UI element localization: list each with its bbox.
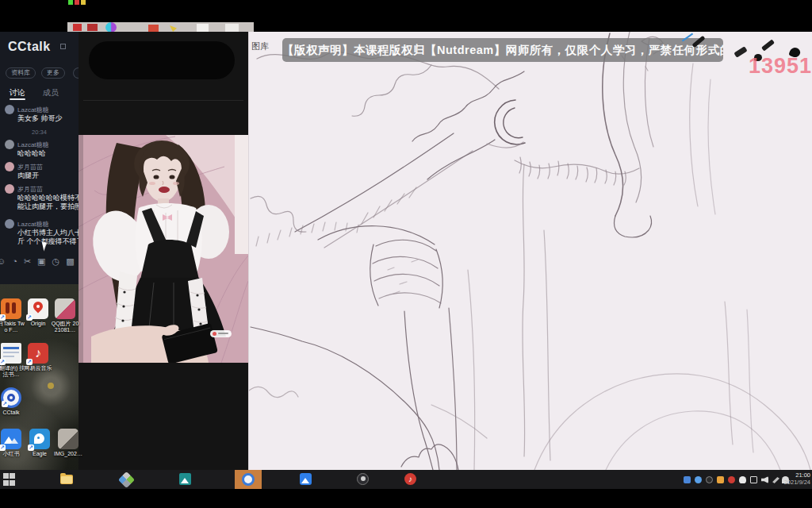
taskbar-cctalk-icon[interactable] <box>242 473 255 486</box>
icon-fragment <box>87 24 98 31</box>
icon-fragment <box>81 0 86 5</box>
desktop-icon-cctalk[interactable]: ↗ CCtalk <box>0 387 25 416</box>
icon-fragment <box>197 24 209 32</box>
desktop-icon-takis[interactable]: ↗ 日Takis Two F… <box>0 298 25 333</box>
tray-icon[interactable] <box>728 476 735 483</box>
word-doc-icon: ↗ <box>1 343 21 364</box>
censored-search-bar <box>89 41 235 79</box>
reference-photo <box>79 135 248 363</box>
icon-fragment <box>148 25 159 32</box>
photo-viewer-window <box>79 32 248 470</box>
netease-music-icon: ♪↗ <box>28 343 48 364</box>
library-button[interactable]: 资料库 <box>6 67 36 79</box>
taskbar-clock[interactable]: 21:00 2021/9/24 <box>784 471 810 486</box>
pen-input-icon[interactable] <box>772 476 779 483</box>
tray-icon[interactable] <box>706 476 713 483</box>
image-file-icon <box>55 298 75 319</box>
sticker-icon[interactable]: ◔ <box>12 256 17 267</box>
taskbar-netease-icon[interactable]: ♪ <box>404 473 416 485</box>
icon-fragment <box>75 0 79 5</box>
tab-members[interactable]: 成员 <box>43 87 59 98</box>
file-explorer-icon[interactable] <box>60 475 73 484</box>
desktop-icon-qq-image[interactable]: QQ图片 2021081… <box>51 298 79 333</box>
chat-message: 哈哈哈哈哈哈模特不能让肉腿开，要拍照! <box>17 194 79 211</box>
chat-message: 美女多 帅哥少 <box>17 114 79 123</box>
notification-bell-icon[interactable] <box>739 476 746 483</box>
avatar[interactable] <box>5 219 14 229</box>
avatar[interactable] <box>5 184 14 194</box>
copyright-banner: 【版权声明】本课程版权归【Nutdream】网师所有，仅限个人学习，严禁任何形式… <box>282 38 723 62</box>
chat-username: Lazcat糖糖 <box>17 106 49 114</box>
pill-fragment <box>73 67 79 79</box>
taskbar-blue-app-icon[interactable] <box>300 473 312 485</box>
tray-browser-icon[interactable] <box>695 476 702 483</box>
avatar[interactable] <box>5 140 14 149</box>
watermark-badge <box>210 330 232 337</box>
image-icon[interactable]: ▣ <box>37 256 45 267</box>
desktop-icon-eagle[interactable]: ↗ Eagle <box>25 429 54 457</box>
cctalk-app-icon: ↗ <box>1 387 21 408</box>
blue-mountain-app-icon: ↗ <box>1 429 21 449</box>
chat-message: 小红书博主人均八十斤 个个都瘦得不得了 <box>17 229 79 246</box>
obs-icon[interactable] <box>357 473 369 485</box>
time-divider: 20:34 <box>0 129 79 136</box>
window-control-icon[interactable] <box>60 44 66 49</box>
tray-icon[interactable] <box>717 476 724 483</box>
image-file-icon <box>58 429 79 449</box>
drawing-canvas[interactable]: 图库 【版权声明】本课程版权归【Nutdream】网师所有，仅限个人学习，严禁任… <box>248 32 812 470</box>
letterbox-bottom <box>0 489 812 508</box>
more-button[interactable]: 更多 <box>41 67 65 79</box>
start-button[interactable] <box>3 473 16 486</box>
clock-time: 21:00 <box>784 471 810 479</box>
cctalk-chat-window: CCtalk 资料库 更多 讨论 成员 Lazcat糖糖 美女多 帅哥少 20:… <box>0 32 79 284</box>
gallery-button[interactable]: 图库 <box>251 40 269 52</box>
chat-username: 岁月苗苗 <box>17 163 43 171</box>
desktop-icon-netease[interactable]: ♪↗ 网易云音乐 <box>24 343 52 371</box>
desktop-icon-img-file[interactable]: IMG_202… <box>54 429 82 457</box>
tab-underline <box>10 98 25 100</box>
chat-message: 肉腿开 <box>17 171 79 180</box>
monitor-icon[interactable] <box>750 476 757 483</box>
icon-fragment <box>68 0 73 5</box>
screen: 图库 【版权声明】本课程版权归【Nutdream】网师所有，仅限个人学习，严禁任… <box>0 0 812 508</box>
origin-app-icon: ↗ <box>28 298 48 319</box>
clock-date: 2021/9/24 <box>784 479 810 486</box>
volume-icon[interactable] <box>761 476 768 483</box>
emoji-icon[interactable]: ☺ <box>0 256 6 267</box>
tab-discussion[interactable]: 讨论 <box>10 87 25 98</box>
avatar[interactable] <box>5 162 14 171</box>
screenshot-icon[interactable]: ▩ <box>66 256 74 267</box>
eagle-app-icon: ↗ <box>29 429 50 449</box>
chat-message: 哈哈哈哈 <box>17 149 79 158</box>
viewer-count: 13951 <box>749 54 812 79</box>
avatar[interactable] <box>5 105 14 114</box>
divider <box>83 100 243 101</box>
desktop-icon-doc[interactable]: ↗ (翻译的) 技法书… <box>0 343 25 378</box>
cctalk-logo: CCtalk <box>8 40 51 54</box>
desktop-icon-origin[interactable]: ↗ Origin <box>24 298 52 327</box>
tray-icon[interactable] <box>684 476 691 483</box>
chat-toolbar: ☺ ◔ ✂ ▣ ◷ ▩ <box>0 256 79 267</box>
cut-icon[interactable]: ✂ <box>24 256 31 267</box>
history-icon[interactable]: ◷ <box>52 256 60 267</box>
chat-username: Lazcat糖糖 <box>17 220 49 229</box>
taskbar: ♪ 21:00 2021/9/24 <box>0 470 812 489</box>
chat-username: Lazcat糖糖 <box>17 140 49 149</box>
sketch-drawing <box>249 32 812 470</box>
flower-center <box>48 383 54 389</box>
chat-username: 岁月苗苗 <box>17 185 43 194</box>
takis-app-icon: ↗ <box>1 298 21 319</box>
photos-app-icon[interactable] <box>179 473 191 485</box>
icon-fragment <box>225 24 239 32</box>
desktop-icon-xiaohongshu[interactable]: ↗ 小红书 <box>0 429 25 457</box>
settings-app-icon[interactable] <box>118 471 135 488</box>
icon-fragment <box>73 24 82 31</box>
